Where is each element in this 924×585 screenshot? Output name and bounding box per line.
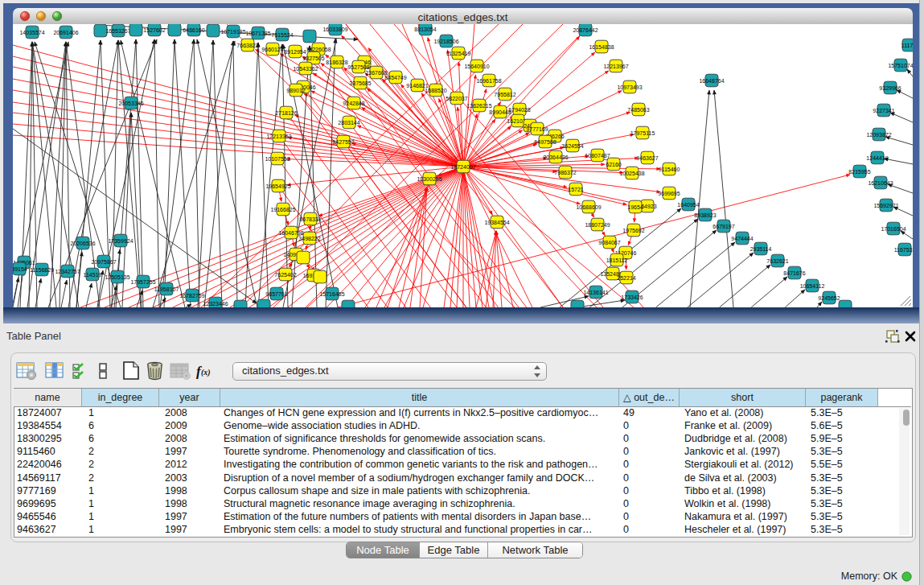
svg-text:16046798: 16046798 bbox=[278, 230, 303, 236]
svg-text:17957255: 17957255 bbox=[130, 279, 155, 285]
svg-text:20364436: 20364436 bbox=[543, 154, 568, 160]
svg-text:5822037: 5822037 bbox=[446, 96, 467, 101]
svg-text:7986372: 7986372 bbox=[554, 170, 576, 175]
svg-text:20876442: 20876442 bbox=[573, 27, 598, 33]
svg-text:13226058: 13226058 bbox=[306, 47, 331, 52]
svg-text:2803144: 2803144 bbox=[338, 120, 359, 126]
svg-text:252214: 252214 bbox=[617, 275, 635, 281]
svg-text:19166825: 19166825 bbox=[270, 207, 295, 212]
svg-text:2935114: 2935114 bbox=[750, 246, 772, 252]
svg-text:17016504: 17016504 bbox=[881, 226, 906, 232]
svg-text:12213363: 12213363 bbox=[266, 134, 291, 139]
svg-text:10025438: 10025438 bbox=[619, 171, 644, 176]
svg-text:9227341: 9227341 bbox=[873, 108, 894, 113]
svg-text:17975115: 17975115 bbox=[630, 130, 655, 136]
svg-text:12093872: 12093872 bbox=[866, 132, 891, 138]
svg-text:1640954: 1640954 bbox=[677, 202, 699, 208]
svg-text:6466160: 6466160 bbox=[183, 27, 204, 33]
svg-text:19654925: 19654925 bbox=[265, 183, 290, 189]
svg-text:8912954: 8912954 bbox=[284, 49, 306, 55]
svg-text:1815112: 1815112 bbox=[606, 257, 628, 263]
svg-text:2718126: 2718126 bbox=[275, 110, 297, 116]
svg-text:9857791: 9857791 bbox=[265, 291, 287, 297]
svg-text:10807487: 10807487 bbox=[585, 153, 610, 159]
svg-text:3624554: 3624554 bbox=[561, 143, 583, 149]
svg-text:19384554: 19384554 bbox=[484, 220, 509, 225]
svg-text:20053346: 20053346 bbox=[118, 101, 143, 106]
svg-text:9527508: 9527508 bbox=[347, 64, 369, 70]
svg-text:9777169: 9777169 bbox=[526, 126, 548, 132]
svg-text:1588520: 1588520 bbox=[425, 88, 446, 93]
svg-text:10973493: 10973493 bbox=[617, 84, 642, 90]
svg-text:12505135: 12505135 bbox=[105, 274, 129, 280]
svg-text:8938923: 8938923 bbox=[694, 212, 716, 218]
svg-text:20206536: 20206536 bbox=[70, 241, 95, 246]
svg-text:11156829: 11156829 bbox=[30, 267, 54, 273]
svg-text:8678331: 8678331 bbox=[299, 216, 321, 222]
svg-text:6679197: 6679197 bbox=[713, 224, 734, 229]
svg-text:9245652: 9245652 bbox=[818, 295, 840, 301]
svg-text:114519: 114519 bbox=[84, 272, 102, 278]
svg-text:8427552: 8427552 bbox=[332, 139, 354, 145]
svg-text:16033809: 16033809 bbox=[322, 27, 347, 32]
svg-text:7485063: 7485063 bbox=[627, 107, 649, 113]
svg-text:1975692: 1975692 bbox=[622, 228, 644, 233]
svg-text:11172: 11172 bbox=[901, 43, 913, 48]
svg-text:9474444: 9474444 bbox=[731, 236, 753, 241]
svg-text:10107553: 10107553 bbox=[265, 156, 290, 162]
svg-text:8471676: 8471676 bbox=[783, 270, 805, 276]
svg-text:7625402: 7625402 bbox=[274, 272, 296, 278]
svg-text:7955812: 7955812 bbox=[494, 92, 515, 97]
svg-text:11325419: 11325419 bbox=[446, 51, 471, 56]
svg-text:1527602: 1527602 bbox=[143, 27, 165, 33]
svg-text:9660124: 9660124 bbox=[261, 47, 283, 52]
svg-text:16648764: 16648764 bbox=[699, 78, 724, 84]
svg-text:15721: 15721 bbox=[568, 187, 584, 192]
svg-text:16961758: 16961758 bbox=[476, 78, 501, 84]
svg-text:15692971: 15692971 bbox=[873, 203, 898, 208]
svg-text:15751074: 15751074 bbox=[888, 63, 913, 68]
svg-text:62160: 62160 bbox=[606, 162, 622, 167]
svg-text:10671385: 10671385 bbox=[245, 31, 270, 36]
svg-text:6794028: 6794028 bbox=[508, 107, 530, 113]
svg-text:9329966: 9329966 bbox=[879, 85, 901, 91]
svg-text:16782759: 16782759 bbox=[179, 293, 204, 299]
svg-text:18724007: 18724007 bbox=[450, 164, 475, 170]
svg-text:9463627: 9463627 bbox=[636, 155, 658, 161]
svg-text:20691406: 20691406 bbox=[53, 30, 78, 35]
svg-text:10719185: 10719185 bbox=[220, 29, 245, 35]
svg-text:7663822: 7663822 bbox=[236, 43, 258, 48]
svg-text:14035574: 14035574 bbox=[19, 30, 44, 35]
svg-text:12213967: 12213967 bbox=[603, 64, 628, 69]
svg-text:7515524: 7515524 bbox=[271, 32, 293, 38]
svg-text:15716485: 15716485 bbox=[319, 291, 344, 297]
svg-text:989012: 989012 bbox=[286, 88, 305, 93]
svg-text:9084067: 9084067 bbox=[598, 240, 620, 245]
svg-text:14136141: 14136141 bbox=[583, 290, 608, 295]
svg-text:20975867: 20975867 bbox=[91, 259, 116, 265]
svg-text:10654112: 10654112 bbox=[800, 283, 825, 289]
svg-text:16154838: 16154838 bbox=[589, 44, 614, 50]
svg-text:17359924: 17359924 bbox=[108, 238, 133, 244]
svg-text:8186328: 8186328 bbox=[326, 60, 347, 65]
svg-text:3498222: 3498222 bbox=[298, 236, 320, 241]
svg-text:8215955: 8215955 bbox=[848, 169, 870, 175]
svg-text:16553267: 16553267 bbox=[105, 28, 130, 34]
svg-text:10688609: 10688609 bbox=[576, 204, 601, 210]
svg-text:16210643: 16210643 bbox=[868, 180, 893, 186]
svg-text:13626215: 13626215 bbox=[466, 103, 491, 109]
svg-text:15640910: 15640910 bbox=[464, 64, 489, 69]
svg-text:8454749: 8454749 bbox=[384, 75, 406, 80]
svg-text:39154: 39154 bbox=[13, 266, 27, 272]
svg-text:19218506: 19218506 bbox=[433, 39, 458, 44]
svg-text:19654: 19654 bbox=[627, 204, 643, 210]
svg-text:18300295: 18300295 bbox=[417, 176, 441, 182]
svg-text:9115460: 9115460 bbox=[659, 167, 680, 172]
svg-text:12323446: 12323446 bbox=[203, 301, 228, 307]
svg-text:9242848: 9242848 bbox=[343, 101, 364, 106]
svg-text:6497568: 6497568 bbox=[534, 139, 556, 145]
svg-text:1167533: 1167533 bbox=[894, 247, 913, 253]
svg-text:7632621: 7632621 bbox=[766, 258, 788, 264]
svg-text:3375685: 3375685 bbox=[349, 80, 371, 86]
svg-text:1244419: 1244419 bbox=[866, 155, 888, 161]
